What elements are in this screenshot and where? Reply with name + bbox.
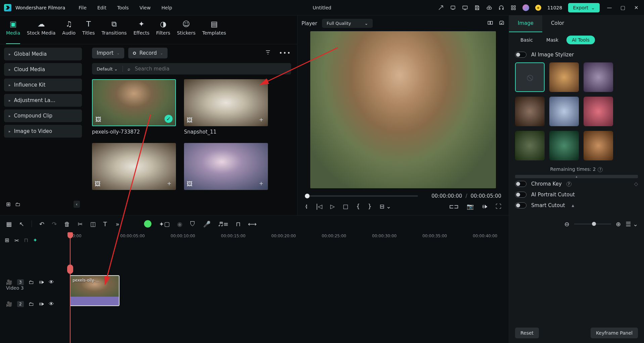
style-preset[interactable] <box>584 62 613 92</box>
media-thumb[interactable]: 🖼+ Snapshot_11 <box>184 79 268 135</box>
help-icon[interactable]: ? <box>566 182 571 187</box>
zoom-slider[interactable] <box>574 224 611 225</box>
quality-dropdown[interactable]: Full Quality⌄ <box>322 19 373 28</box>
import-dropdown[interactable]: Import⌄ <box>92 48 124 58</box>
mark-out-icon[interactable]: } <box>368 203 372 210</box>
cloud-icon[interactable] <box>486 5 492 11</box>
razor-icon[interactable] <box>67 264 73 274</box>
collapse-sidebar-icon[interactable]: ‹ <box>74 201 80 208</box>
split-icon[interactable]: ✂ <box>78 220 83 228</box>
tab-audio[interactable]: ♫Audio <box>62 19 76 44</box>
sidebar-item-influence-kit[interactable]: Influence Kit <box>4 79 82 91</box>
crop-icon[interactable]: ◫ <box>90 220 96 228</box>
tab-color[interactable]: Color <box>542 15 573 32</box>
tab-media[interactable]: ▣Media <box>6 19 20 44</box>
compare-icon[interactable] <box>487 20 493 27</box>
sidebar-item-cloud-media[interactable]: Cloud Media <box>4 63 82 76</box>
tab-effects[interactable]: ✦Effects <box>133 19 149 44</box>
track-add-icon[interactable]: ⊞ <box>5 237 9 243</box>
ratio-dropdown[interactable]: ⊟ ⌄ <box>380 203 391 210</box>
send-icon[interactable] <box>438 5 444 11</box>
sort-dropdown[interactable]: Default ⌄ <box>97 66 118 71</box>
headset-icon[interactable] <box>498 5 504 11</box>
menu-tools[interactable]: Tools <box>117 5 129 10</box>
ai-face-icon[interactable] <box>144 220 151 228</box>
mic-icon[interactable]: 🎤 <box>203 220 211 228</box>
display-icon[interactable]: ⊏⊐ <box>449 203 459 210</box>
sidebar-item-compound-clip[interactable]: Compound Clip <box>4 109 82 122</box>
section-collapse[interactable] <box>515 175 638 178</box>
apps-icon[interactable] <box>510 5 516 11</box>
step-back-icon[interactable]: |◁ <box>316 203 322 210</box>
sidebar-item-image-to-video[interactable]: Image to Video <box>4 125 82 138</box>
keyframe-diamond-icon[interactable]: ◇ <box>634 181 638 187</box>
auto-ripple-icon[interactable]: ✦ <box>33 237 37 243</box>
zoom-out-icon[interactable]: ⊖ <box>564 220 569 228</box>
menu-help[interactable]: Help <box>162 5 172 10</box>
help-icon[interactable]: ? <box>598 167 603 172</box>
play-icon[interactable]: ▷ <box>330 203 335 210</box>
maximize-button[interactable]: ▢ <box>619 4 627 11</box>
points-value[interactable]: 11028 <box>547 5 562 10</box>
ai-stylizer-toggle[interactable] <box>515 52 526 58</box>
scrubber[interactable] <box>305 195 418 197</box>
text-tool-icon[interactable]: T <box>103 220 107 228</box>
add-icon[interactable]: + <box>165 179 173 187</box>
style-preset[interactable] <box>584 97 613 126</box>
record-vo-icon[interactable]: ◉ <box>177 220 183 228</box>
more-tools-icon[interactable]: » <box>116 220 119 228</box>
ai-portrait-toggle[interactable] <box>515 192 526 198</box>
track-folder-icon[interactable]: 🗀 <box>29 279 34 285</box>
style-preset[interactable] <box>549 131 579 160</box>
volume-icon[interactable]: 🕪 <box>482 203 488 210</box>
menu-view[interactable]: View <box>139 5 150 10</box>
folder-icon[interactable]: 🗀 <box>15 201 20 207</box>
filter-icon[interactable] <box>265 49 271 57</box>
subtab-ai-tools[interactable]: AI Tools <box>566 36 595 44</box>
style-none[interactable]: ⦸ <box>515 62 545 92</box>
add-icon[interactable]: + <box>257 115 265 124</box>
fullscreen-icon[interactable]: ⛶ <box>496 203 501 210</box>
track-visible-icon[interactable]: 👁 <box>49 279 54 285</box>
tab-titles[interactable]: TTitles <box>82 19 95 44</box>
add-icon[interactable]: + <box>257 179 265 187</box>
style-preset[interactable] <box>549 97 579 126</box>
shield-icon[interactable]: ⛉ <box>190 220 196 228</box>
redo-icon[interactable]: ↷ <box>52 220 57 228</box>
track-mute-icon[interactable]: 🕪 <box>39 279 44 285</box>
media-thumb[interactable]: 🖼+ <box>184 143 268 190</box>
style-preset[interactable] <box>515 97 545 126</box>
save-icon[interactable] <box>474 5 480 11</box>
new-folder-icon[interactable]: ⊞ <box>6 201 10 207</box>
sidebar-item-global-media[interactable]: Global Media <box>4 48 82 60</box>
tab-templates[interactable]: ▤Templates <box>202 19 226 44</box>
tab-image[interactable]: Image <box>509 15 542 32</box>
tab-transitions[interactable]: ⧉Transitions <box>101 19 127 44</box>
video-frame[interactable] <box>310 31 496 188</box>
subtab-basic[interactable]: Basic <box>515 36 538 44</box>
mark-in-icon[interactable]: { <box>356 203 360 210</box>
more-icon[interactable]: ••• <box>279 50 291 56</box>
zoom-in-icon[interactable]: ⊕ <box>616 220 621 228</box>
snapshot-settings-icon[interactable] <box>499 20 505 27</box>
fit-icon[interactable]: ⟷ <box>248 220 257 228</box>
avatar[interactable] <box>522 4 529 11</box>
feedback-icon[interactable] <box>450 5 456 11</box>
snapshot-icon[interactable]: 📷 <box>467 203 474 210</box>
track-folder-icon[interactable]: 🗀 <box>29 301 34 307</box>
menu-edit[interactable]: Edit <box>97 5 106 10</box>
minimize-button[interactable]: — <box>606 4 613 11</box>
pointer-tool-icon[interactable]: ↖ <box>19 220 24 228</box>
track-mute-icon[interactable]: 🕪 <box>39 301 44 307</box>
track-visible-icon[interactable]: 👁 <box>49 301 54 307</box>
stop-icon[interactable]: □ <box>343 203 348 210</box>
marker-icon[interactable]: ⊓ <box>236 220 240 228</box>
music-icon[interactable]: ♬≡ <box>218 220 228 228</box>
timeline-tracks[interactable]: 00:00 00:00:05:00 00:00:10:00 00:00:15:0… <box>70 232 644 343</box>
timeline-clip[interactable]: pexels-olly-… <box>70 275 120 306</box>
sidebar-item-adjustment-layer[interactable]: Adjustment La… <box>4 94 82 107</box>
close-button[interactable]: ✕ <box>633 4 640 11</box>
smart-cutout-toggle[interactable] <box>515 202 526 208</box>
enhance-icon[interactable]: ✦▢ <box>159 220 170 228</box>
chroma-key-toggle[interactable] <box>515 181 526 187</box>
